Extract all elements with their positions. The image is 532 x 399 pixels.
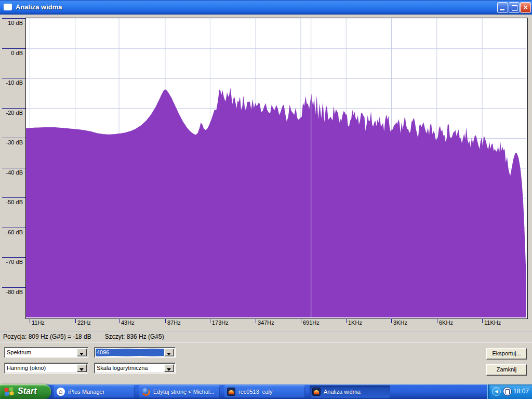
window-function-combobox[interactable]: Hanning (okno) (4, 363, 88, 374)
restore-icon (512, 5, 517, 11)
analysis-type-combobox[interactable]: Spektrum (4, 347, 88, 358)
taskbar-clock: 18:07 (513, 384, 529, 399)
status-position: Pozycja: 809 Hz (G#5) = -18 dB (3, 333, 91, 340)
x-axis-tick (437, 318, 437, 323)
spectrum-app-icon (312, 388, 321, 396)
minimize-icon (500, 9, 504, 10)
home-icon: ⌂ (57, 388, 65, 396)
analysis-type-value: Spektrum (7, 349, 31, 355)
close-dialog-button[interactable]: Zamknij (486, 364, 527, 376)
windows-flag-icon (4, 387, 15, 396)
minimize-button[interactable] (497, 2, 508, 13)
task-label: iPlus Manager (68, 385, 132, 398)
y-axis-tick (2, 228, 25, 228)
y-axis-tick (2, 168, 25, 168)
x-axis-label: 347Hz (258, 320, 274, 326)
task-label: Edytuj stronę < Michal... (153, 385, 218, 398)
y-axis-tick (2, 197, 25, 198)
spectrum-svg (26, 18, 526, 317)
x-axis-label: 22Hz (77, 320, 91, 326)
restore-button[interactable] (509, 2, 520, 13)
x-axis-tick (256, 318, 256, 323)
task-label: rec0513 caly (238, 385, 303, 398)
y-axis-tick (2, 108, 25, 109)
document-tray-icon[interactable] (503, 387, 512, 396)
x-axis-tick (210, 318, 210, 323)
start-button[interactable]: Start (0, 384, 51, 399)
x-axis-tick (75, 318, 76, 323)
status-bar: Pozycja: 809 Hz (G#5) = -18 dBSzczyt: 83… (3, 333, 164, 340)
x-axis-label: 6KHz (439, 320, 453, 326)
spectrum-plot[interactable] (25, 18, 528, 319)
dropdown-button[interactable] (164, 364, 174, 372)
x-axis-label: 11KHz (484, 320, 501, 326)
scale-combobox[interactable]: Skala logarytmiczna (94, 363, 176, 374)
x-axis-label: 11Hz (32, 320, 45, 326)
x-axis-tick (301, 318, 301, 323)
y-axis-label: -40 dB (0, 169, 23, 176)
taskbar-task-rec0513[interactable]: rec0513 caly (224, 385, 305, 398)
spectrum-area (26, 88, 526, 317)
y-axis-label: -20 dB (0, 110, 23, 116)
x-axis-label: 691Hz (303, 320, 320, 326)
taskbar-task-browser[interactable]: Edytuj stronę < Michal... (139, 385, 220, 398)
taskbar-task-iplus-manager[interactable]: ⌂ iPlus Manager (54, 385, 135, 398)
x-axis-tick (165, 318, 166, 323)
window-title: Analiza widma (16, 0, 62, 15)
x-axis-label: 173Hz (212, 320, 229, 326)
task-label: Analiza widma (324, 385, 388, 398)
x-axis-tick (119, 318, 119, 323)
desktop-screen: Analiza widma × 10 dB0 dB-10 dB-20 dB-30… (0, 0, 532, 399)
taskbar-task-analiza-widma[interactable]: Analiza widma (310, 385, 390, 398)
dropdown-button[interactable] (164, 349, 174, 356)
spectrum-app-icon (227, 388, 235, 396)
firefox-icon (142, 388, 150, 396)
divider-line (0, 331, 532, 332)
x-axis-tick (482, 318, 483, 323)
y-axis-label: -10 dB (0, 79, 23, 86)
x-axis-label: 87Hz (167, 320, 181, 326)
y-axis-label: -50 dB (0, 199, 23, 205)
x-axis-tick (346, 318, 347, 323)
y-axis-tick (2, 78, 25, 78)
window-titlebar: Analiza widma × (0, 0, 532, 15)
chevron-down-icon (79, 353, 84, 357)
export-button[interactable]: Eksportuj... (486, 348, 527, 360)
y-axis-label: 10 dB (0, 20, 23, 26)
fft-size-combobox[interactable]: 4096 (94, 347, 176, 358)
y-axis-label: -70 dB (0, 259, 23, 265)
x-axis-label: 3KHz (393, 320, 407, 326)
fft-size-value: 4096 (96, 349, 165, 356)
chevron-down-icon (167, 353, 171, 357)
close-button[interactable]: × (520, 2, 531, 13)
app-icon (4, 4, 12, 10)
y-axis-tick (2, 138, 25, 138)
scale-value: Skala logarytmiczna (97, 365, 148, 371)
dropdown-button[interactable] (77, 364, 87, 372)
status-peak: Szczyt: 836 Hz (G#5) (105, 333, 164, 340)
dropdown-button[interactable] (77, 349, 87, 356)
y-axis-label: -60 dB (0, 229, 23, 235)
window-function-value: Hanning (okno) (7, 365, 46, 371)
y-axis-tick (2, 48, 25, 49)
y-axis-label: -30 dB (0, 139, 23, 145)
system-tray: ◀ 18:07 (487, 384, 532, 399)
y-axis-tick (2, 287, 25, 288)
x-axis-label: 43Hz (121, 320, 135, 326)
y-axis-tick (2, 257, 25, 258)
y-axis-tick (2, 18, 25, 19)
divider-line (0, 342, 532, 343)
taskbar: Start ⌂ iPlus Manager Edytuj stronę < Mi… (0, 384, 532, 399)
x-axis-tick (30, 318, 30, 323)
y-axis-label: -80 dB (0, 289, 23, 295)
collapse-chevron-icon[interactable]: ◀ (492, 387, 501, 396)
y-axis-label: 0 dB (0, 50, 23, 56)
x-axis-tick (391, 318, 392, 323)
chevron-down-icon (79, 368, 84, 373)
start-label: Start (18, 384, 36, 399)
chevron-down-icon (167, 368, 171, 373)
close-icon: × (521, 3, 530, 12)
x-axis-label: 1KHz (348, 320, 362, 326)
